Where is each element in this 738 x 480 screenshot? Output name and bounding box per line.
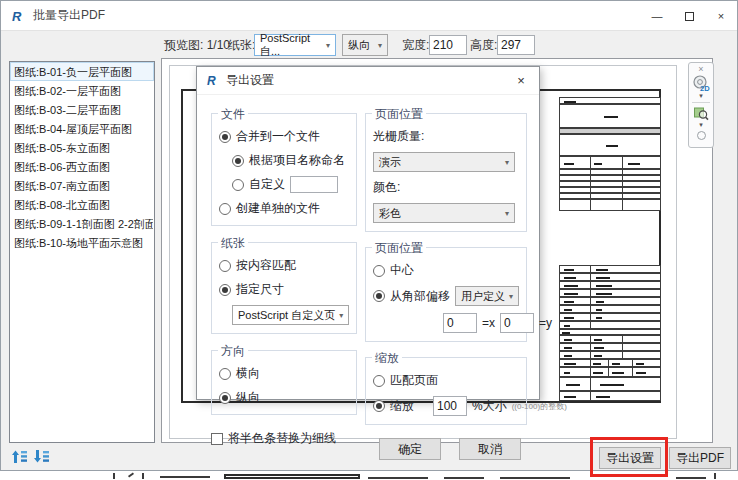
title-block-text-mark bbox=[606, 145, 618, 147]
title-block-text-mark bbox=[596, 317, 602, 319]
maximize-icon bbox=[685, 12, 694, 21]
title-block-text-mark bbox=[594, 355, 602, 357]
title-block-text-mark bbox=[596, 277, 610, 279]
orientation-select[interactable]: 纵向 ▾ bbox=[342, 34, 388, 56]
landscape-radio[interactable] bbox=[219, 368, 231, 380]
list-item[interactable]: 图纸:B-05-东立面图 bbox=[10, 138, 154, 157]
height-label: 高度: bbox=[470, 34, 497, 56]
title-block-text-mark bbox=[612, 372, 624, 374]
list-item[interactable]: 图纸:B-09-1-1剖面图 2-2剖面图 bbox=[10, 214, 154, 233]
ok-button[interactable]: 确定 bbox=[379, 438, 441, 460]
color-select[interactable]: 彩色▾ bbox=[373, 203, 515, 223]
move-sheet-up-button[interactable] bbox=[11, 449, 28, 464]
halftone-checkbox[interactable] bbox=[211, 433, 223, 445]
cancel-button[interactable]: 取消 bbox=[459, 438, 521, 460]
title-block-row bbox=[559, 134, 661, 156]
title-block-divider bbox=[632, 360, 633, 366]
title-block-divider bbox=[622, 344, 623, 350]
zoom-input[interactable] bbox=[433, 396, 467, 416]
list-item[interactable]: 图纸:B-03-二层平面图 bbox=[10, 100, 154, 119]
fit-page-radio[interactable] bbox=[373, 375, 385, 387]
raster-quality-select[interactable]: 演示▾ bbox=[373, 152, 515, 172]
title-block-divider bbox=[590, 306, 591, 312]
specify-size-label: 指定尺寸 bbox=[236, 281, 284, 298]
zoom-label: 缩放 bbox=[390, 398, 414, 415]
landscape-label: 横向 bbox=[236, 365, 260, 382]
portrait-radio[interactable] bbox=[219, 392, 231, 404]
by-project-name-radio[interactable] bbox=[232, 155, 244, 167]
title-block-text-mark bbox=[564, 347, 572, 349]
paper-size-select[interactable]: PostScript 自... ▾ bbox=[254, 34, 336, 56]
window-titlebar: R 批量导出PDF — × bbox=[1, 1, 737, 31]
title-block-divider bbox=[632, 368, 633, 376]
paper-size-dialog-select[interactable]: PostScript 自定义页▾ bbox=[232, 305, 349, 325]
dialog-close-button[interactable]: × bbox=[503, 67, 539, 95]
steering-wheel-2d-icon[interactable]: 2D bbox=[692, 74, 710, 92]
navbar-close-icon[interactable]: × bbox=[698, 64, 703, 74]
custom-name-input[interactable] bbox=[290, 176, 338, 193]
dialog-titlebar: R 导出设置 × bbox=[197, 67, 539, 95]
zoom-radio[interactable] bbox=[373, 400, 385, 412]
zoom-region-icon[interactable] bbox=[693, 105, 709, 121]
app-icon: R bbox=[206, 74, 219, 87]
title-block-text-mark bbox=[566, 384, 580, 386]
offset-x-suffix: =x bbox=[482, 316, 495, 330]
title-block-divider bbox=[590, 298, 591, 304]
title-block-row bbox=[559, 273, 661, 281]
title-block-text-mark bbox=[596, 269, 608, 271]
title-block-text-mark bbox=[564, 355, 572, 357]
dialog-buttons: 确定 取消 bbox=[365, 438, 527, 460]
title-block-row bbox=[559, 313, 661, 321]
move-down-icon bbox=[34, 450, 49, 463]
merge-file-radio[interactable] bbox=[219, 131, 231, 143]
title-block-text-mark bbox=[612, 363, 620, 365]
list-item[interactable]: 图纸:B-01-负一层平面图 bbox=[10, 62, 154, 81]
list-item[interactable]: 图纸:B-07-南立面图 bbox=[10, 176, 154, 195]
export-settings-button[interactable]: 导出设置 bbox=[599, 447, 661, 469]
offset-type-value: 用户定义 bbox=[461, 289, 505, 304]
move-sheet-down-button[interactable] bbox=[33, 449, 50, 464]
export-settings-dialog: R 导出设置 × 文件 合并到一个文件 根据项目名称命名 自定义 创建单独的文件… bbox=[196, 66, 540, 400]
chevron-down-icon[interactable]: ▾ bbox=[699, 121, 703, 129]
custom-name-label: 自定义 bbox=[249, 176, 285, 193]
maximize-button[interactable] bbox=[673, 1, 705, 31]
specify-size-radio[interactable] bbox=[219, 284, 231, 296]
minimize-button[interactable]: — bbox=[641, 1, 673, 31]
list-item[interactable]: 图纸:B-02-一层平面图 bbox=[10, 81, 154, 100]
offset-from-corner-radio[interactable] bbox=[373, 290, 385, 302]
chevron-down-icon[interactable]: ▾ bbox=[699, 92, 703, 100]
orbit-icon[interactable] bbox=[697, 131, 706, 140]
title-block-text-mark bbox=[564, 293, 578, 295]
title-block-divider bbox=[590, 344, 591, 350]
svg-text:2D: 2D bbox=[700, 84, 710, 92]
fit-content-radio[interactable] bbox=[219, 260, 231, 272]
list-item[interactable]: 图纸:B-10-场地平面示意图 bbox=[10, 233, 154, 252]
title-block-divider bbox=[590, 266, 591, 272]
title-block-divider bbox=[622, 200, 623, 210]
center-label: 中心 bbox=[390, 262, 414, 279]
title-block-text-mark bbox=[596, 293, 612, 295]
title-block-row bbox=[559, 289, 661, 297]
list-item[interactable]: 图纸:B-04-屋顶层平面图 bbox=[10, 119, 154, 138]
custom-name-radio[interactable] bbox=[232, 179, 244, 191]
list-item[interactable]: 图纸:B-06-西立面图 bbox=[10, 157, 154, 176]
offset-y-input[interactable] bbox=[500, 313, 534, 333]
list-item[interactable]: 图纸:B-08-北立面图 bbox=[10, 195, 154, 214]
offset-type-select[interactable]: 用户定义▾ bbox=[455, 286, 519, 306]
separate-files-radio[interactable] bbox=[219, 203, 231, 215]
title-block-text-mark bbox=[564, 339, 572, 341]
by-project-name-label: 根据项目名称命名 bbox=[249, 152, 345, 169]
title-block-text-mark bbox=[594, 339, 602, 341]
title-block-row bbox=[559, 351, 661, 359]
halftone-checkbox-label: 将半色条替换为细线 bbox=[228, 430, 336, 447]
export-pdf-button[interactable]: 导出PDF bbox=[669, 447, 731, 469]
paper-label: 纸张: bbox=[228, 34, 255, 56]
center-radio[interactable] bbox=[373, 265, 385, 277]
offset-x-input[interactable] bbox=[443, 313, 477, 333]
height-input[interactable] bbox=[497, 35, 535, 55]
paper-group-caption: 纸张 bbox=[218, 235, 248, 252]
title-block-divider bbox=[622, 176, 623, 180]
width-input[interactable] bbox=[429, 35, 467, 55]
paper-size-value: PostScript 自... bbox=[260, 32, 322, 59]
close-button[interactable]: × bbox=[705, 1, 737, 31]
